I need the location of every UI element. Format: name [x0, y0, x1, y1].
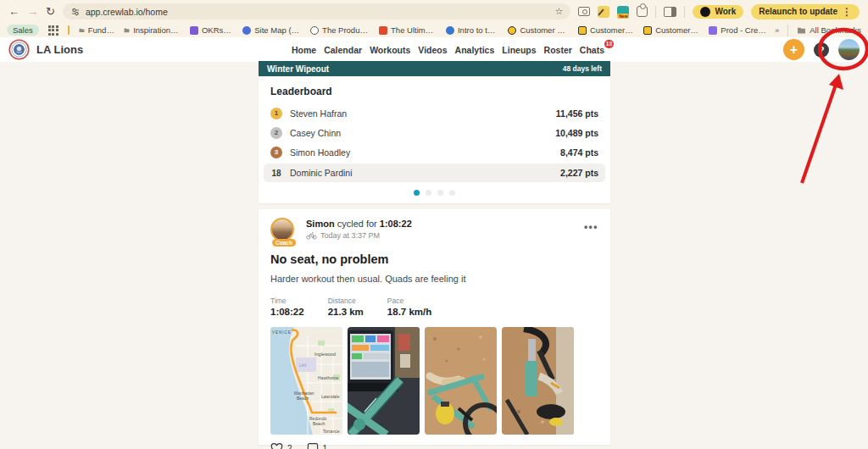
- like-count: 2: [287, 444, 292, 449]
- extension-pen-icon[interactable]: [598, 6, 609, 18]
- chats-unread-badge: 13: [604, 40, 614, 48]
- team-logo-icon: [8, 39, 30, 60]
- bike-handlebar-photo[interactable]: [502, 327, 574, 435]
- athlete-name: Dominic Pardini: [290, 168, 353, 178]
- post-timestamp: Today at 3:37 PM: [320, 231, 380, 240]
- route-map-photo[interactable]: VENICE LAX Inglewood Hawthorne Manhattan…: [270, 327, 342, 435]
- carousel-dot[interactable]: [437, 190, 443, 196]
- bookmark-mkt1[interactable]: Intro to the MKT1...: [446, 25, 498, 35]
- bookmark-prod-users[interactable]: Prod - Created User...: [709, 25, 768, 35]
- red-doc-icon: [379, 26, 387, 35]
- bookmark-customer-sales-2[interactable]: Customer & Sales,...: [643, 25, 699, 35]
- challenge-days-left: 48 days left: [563, 64, 602, 73]
- bookmarks-divider: [787, 25, 788, 36]
- carousel-dot-active[interactable]: [414, 190, 420, 196]
- post-header-text: Simon cycled for 1:08:22 Today at 3:37 P…: [306, 218, 412, 240]
- leaderboard-row[interactable]: 1 Steven Hafran 11,456 pts: [259, 103, 610, 123]
- carousel-dot[interactable]: [449, 190, 455, 196]
- nav-roster[interactable]: Roster: [544, 45, 572, 55]
- leaderboard-row[interactable]: 2 Casey Chinn 10,489 pts: [259, 123, 610, 142]
- rank-medal-silver: 2: [270, 127, 282, 139]
- athlete-name: Steven Hafran: [290, 108, 347, 119]
- feed-post-card: Coach Simon cycled for 1:08:22 Today at …: [259, 209, 610, 445]
- profile-chip[interactable]: Work: [693, 5, 743, 19]
- bookmark-product-compass[interactable]: The Product Compa...: [310, 25, 370, 35]
- extensions-puzzle-icon[interactable]: [637, 6, 648, 17]
- site-info-icon[interactable]: [70, 7, 81, 17]
- athlete-name: Simon Hoadley: [290, 147, 350, 158]
- leaderboard-row-current-user[interactable]: 18 Dominic Pardini 2,227 pts: [264, 164, 605, 182]
- athlete-name: Casey Chinn: [290, 128, 341, 138]
- bookmarks-overflow-chevron[interactable]: »: [775, 25, 779, 35]
- post-meta: Today at 3:37 PM: [306, 231, 412, 240]
- yellow-board-icon: [578, 26, 587, 35]
- all-bookmarks-button[interactable]: All Bookmarks: [797, 25, 861, 35]
- bookmark-customer-journeys[interactable]: Customer Journeys |...: [508, 25, 569, 35]
- nav-workouts[interactable]: Workouts: [370, 45, 410, 55]
- like-button[interactable]: 2: [270, 442, 292, 449]
- folder-icon: [79, 26, 85, 34]
- challenge-banner[interactable]: Winter Wipeout 48 days left: [259, 61, 610, 76]
- bike-desk-photo[interactable]: [348, 327, 420, 435]
- bookmarks-bar: Sales Fundraising Inspirational Comp... …: [0, 23, 868, 37]
- stat-pace: Pace 18.7 km/h: [387, 297, 431, 317]
- nav-calendar[interactable]: Calendar: [324, 45, 362, 55]
- bookmark-okrs[interactable]: OKRs & Issues: [190, 25, 233, 35]
- map-label-lax: LAX: [299, 363, 307, 368]
- bookmarks-right: » All Bookmarks: [768, 25, 861, 36]
- post-author-name[interactable]: Simon: [306, 219, 335, 229]
- comment-count: 1: [323, 444, 328, 449]
- bookmark-fundraising[interactable]: Fundraising: [79, 25, 114, 35]
- map-label-lawndale: Lawndale: [321, 394, 340, 399]
- apps-grid-icon[interactable]: [48, 25, 58, 36]
- help-button[interactable]: ?: [814, 42, 829, 58]
- coach-role-badge: Coach: [272, 239, 296, 247]
- side-panel-icon[interactable]: [664, 7, 676, 17]
- post-header: Coach Simon cycled for 1:08:22 Today at …: [270, 218, 598, 245]
- nav-videos[interactable]: Videos: [418, 45, 447, 55]
- leaderboard-row[interactable]: 3 Simon Hoadley 8,474 pts: [259, 142, 610, 162]
- bookmark-sitemap[interactable]: Site Map (App) | Oc...: [242, 25, 301, 35]
- stat-distance: Distance 21.3 km: [328, 297, 364, 317]
- bookmarks-divider: [68, 25, 70, 35]
- refresh-icon[interactable]: ↻: [46, 6, 55, 17]
- bookmark-ultimate-guide[interactable]: The Ultimate Guide...: [379, 25, 437, 35]
- comment-button[interactable]: 1: [307, 442, 328, 449]
- bookmark-star-icon[interactable]: ☆: [555, 6, 564, 17]
- team-name: LA Lions: [36, 43, 83, 56]
- relaunch-button[interactable]: Relaunch to update⋮: [751, 4, 860, 19]
- nav-chats[interactable]: Chats13: [580, 45, 604, 55]
- url-bar[interactable]: app.crewlab.io/home ☆: [63, 3, 570, 19]
- add-button[interactable]: +: [783, 39, 804, 60]
- bike-dirt-photo[interactable]: [425, 327, 497, 435]
- rank-number: 18: [270, 169, 282, 178]
- forward-icon[interactable]: →: [27, 6, 38, 17]
- post-photo-strip: VENICE LAX Inglewood Hawthorne Manhattan…: [270, 327, 598, 435]
- athlete-points: 2,227 pts: [560, 168, 598, 178]
- nav-home[interactable]: Home: [292, 45, 316, 55]
- bookmarks-list: Sales Fundraising Inspirational Comp... …: [7, 25, 768, 36]
- comment-icon: [307, 442, 319, 449]
- bookmark-sales-chip[interactable]: Sales: [7, 25, 39, 36]
- nav-analytics[interactable]: Analytics: [455, 45, 495, 55]
- back-icon[interactable]: ←: [8, 6, 19, 17]
- stat-time: Time 1:08:22: [270, 297, 304, 317]
- carousel-dot[interactable]: [426, 190, 431, 196]
- camera-icon[interactable]: [578, 7, 590, 16]
- post-author-avatar[interactable]: Coach: [270, 218, 298, 245]
- post-title: No seat, no problem: [270, 252, 598, 266]
- purple-chart-icon: [709, 26, 717, 35]
- bookmark-customer-sales-1[interactable]: Customer & Sales,...: [578, 25, 634, 35]
- post-menu-icon[interactable]: •••: [584, 221, 598, 233]
- bookmark-inspirational[interactable]: Inspirational Comp...: [124, 25, 181, 35]
- menu-kebab-icon[interactable]: ⋮: [842, 6, 852, 18]
- extension-new-icon[interactable]: [617, 6, 629, 18]
- purple-app-icon: [190, 26, 198, 35]
- user-avatar[interactable]: [838, 39, 860, 60]
- url-text[interactable]: app.crewlab.io/home: [86, 7, 168, 17]
- target-icon: [310, 26, 319, 35]
- folder-icon: [797, 26, 806, 34]
- nav-lineups[interactable]: Lineups: [502, 45, 536, 55]
- team-selector[interactable]: LA Lions: [8, 39, 83, 60]
- post-body: Harder workout then usual. Quads are fee…: [270, 274, 598, 284]
